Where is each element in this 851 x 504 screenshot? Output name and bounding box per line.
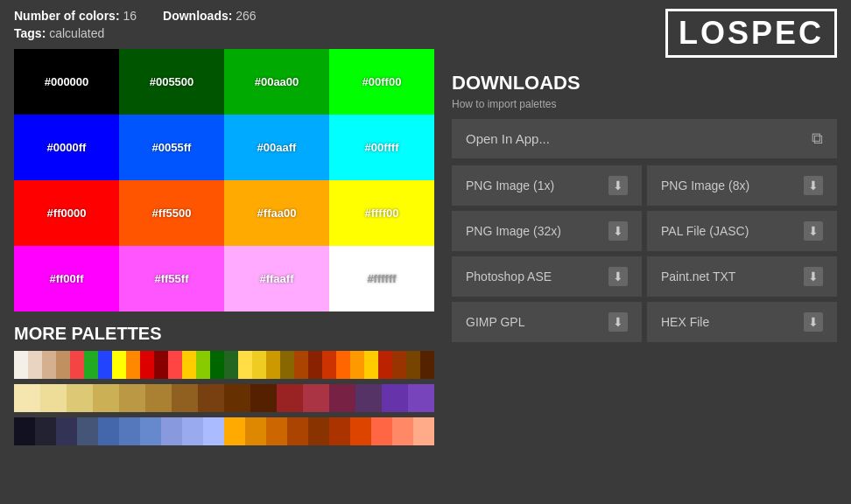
color-cell[interactable]: #0000ff [14, 115, 119, 180]
downloads-section: DOWNLOADS How to import palettes Open In… [452, 72, 837, 451]
palette-color-cell [378, 351, 392, 379]
palette-color-cell [355, 384, 382, 412]
palette-color-cell [161, 417, 182, 445]
palette-color-cell [245, 417, 266, 445]
color-cell[interactable]: #ff0000 [14, 180, 119, 246]
palette-color-cell [224, 384, 250, 412]
site-logo[interactable]: LOSPEC [665, 9, 837, 58]
color-cell[interactable]: #ffff00 [329, 180, 434, 246]
palette-color-cell [238, 351, 252, 379]
palette-color-cell [84, 351, 98, 379]
palette-strip-3[interactable] [14, 417, 434, 445]
color-cell[interactable]: #ffaaff [224, 246, 329, 312]
palette-color-cell [329, 384, 355, 412]
color-cell[interactable]: #00aaff [224, 115, 329, 180]
palette-color-cell [287, 417, 308, 445]
color-cell[interactable]: #00ffff [329, 115, 434, 180]
palette-strip-1[interactable] [14, 351, 434, 379]
color-cell[interactable]: #ffffff [329, 246, 434, 312]
palette-color-cell [198, 384, 224, 412]
download-png-8x-button[interactable]: PNG Image (8x)⬇ [647, 165, 837, 206]
palette-color-cell [98, 417, 119, 445]
downloads-meta: Downloads: 266 [163, 9, 257, 23]
download-arrow-icon: ⬇ [608, 221, 628, 241]
download-png-32x-button[interactable]: PNG Image (32x)⬇ [452, 211, 642, 251]
palette-color-cell [98, 351, 112, 379]
palette-color-cell [168, 351, 182, 379]
download-png-8x-label: PNG Image (8x) [661, 178, 749, 192]
color-cell[interactable]: #00ff00 [329, 49, 434, 115]
color-cell[interactable]: #00aa00 [224, 49, 329, 115]
download-png-32x-label: PNG Image (32x) [466, 224, 561, 238]
logo-container: LOSPEC [452, 9, 837, 58]
palette-color-cell [382, 384, 408, 412]
palette-color-cell [266, 351, 280, 379]
color-cell[interactable]: #ff5500 [119, 180, 224, 246]
download-png-1x-button[interactable]: PNG Image (1x)⬇ [452, 165, 642, 206]
palette-color-cell [145, 384, 172, 412]
palette-color-cell [140, 351, 154, 379]
palette-color-cell [280, 351, 294, 379]
download-photoshop-ase-label: Photoshop ASE [466, 270, 552, 284]
palette-color-cell [42, 351, 56, 379]
open-in-app-label: Open In App... [466, 131, 550, 146]
palette-color-cell [14, 384, 40, 412]
download-arrow-icon: ⬇ [608, 312, 628, 332]
download-pal-jasc-button[interactable]: PAL File (JASC)⬇ [647, 211, 837, 251]
palette-color-cell [350, 351, 364, 379]
palette-color-cell [252, 351, 266, 379]
palette-color-cell [182, 417, 203, 445]
palette-color-cell [210, 351, 224, 379]
color-cell[interactable]: #000000 [14, 49, 119, 115]
palette-strip-2[interactable] [14, 384, 434, 412]
color-cell[interactable]: #ff00ff [14, 246, 119, 312]
color-cell[interactable]: #005500 [119, 49, 224, 115]
palette-color-cell [336, 351, 350, 379]
palette-color-cell [140, 417, 161, 445]
palette-color-cell [203, 417, 224, 445]
color-cell[interactable]: #0055ff [119, 115, 224, 180]
download-arrow-icon: ⬇ [804, 221, 823, 241]
palette-color-cell [303, 384, 329, 412]
download-arrow-icon: ⬇ [804, 312, 823, 332]
download-gimp-gpl-label: GIMP GPL [466, 315, 524, 329]
palette-color-cell [364, 351, 378, 379]
download-png-1x-label: PNG Image (1x) [466, 178, 554, 192]
downloads-meta-value: 266 [236, 9, 256, 23]
palette-color-cell [308, 417, 329, 445]
download-photoshop-ase-button[interactable]: Photoshop ASE⬇ [452, 256, 642, 297]
download-arrow-icon: ⬇ [608, 267, 628, 286]
palette-color-cell [413, 417, 434, 445]
palette-color-cell [56, 417, 77, 445]
color-grid: #000000#005500#00aa00#00ff00#0000ff#0055… [14, 49, 434, 312]
palette-color-cell [277, 384, 303, 412]
downloads-subtitle: How to import palettes [452, 98, 837, 110]
palette-color-cell [224, 417, 245, 445]
palette-color-cell [224, 351, 238, 379]
download-gimp-gpl-button[interactable]: GIMP GPL⬇ [452, 302, 642, 342]
palette-color-cell [40, 384, 67, 412]
colors-value: 16 [123, 9, 137, 23]
open-in-app-button[interactable]: Open In App... ⧉ [452, 119, 837, 158]
palette-color-cell [408, 384, 434, 412]
download-grid: PNG Image (1x)⬇PNG Image (8x)⬇PNG Image … [452, 165, 837, 342]
palette-color-cell [119, 384, 145, 412]
download-paint-net-button[interactable]: Paint.net TXT⬇ [647, 256, 837, 297]
color-cell[interactable]: #ff55ff [119, 246, 224, 312]
download-hex-file-button[interactable]: HEX File⬇ [647, 302, 837, 342]
more-palettes-title: MORE PALETTES [14, 324, 434, 344]
download-arrow-icon: ⬇ [608, 176, 628, 195]
palette-color-cell [371, 417, 392, 445]
palette-color-cell [392, 351, 406, 379]
downloads-meta-label: Downloads: [163, 9, 232, 23]
palette-color-cell [392, 417, 413, 445]
external-link-icon: ⧉ [812, 130, 823, 148]
palette-color-cell [294, 351, 308, 379]
color-cell[interactable]: #ffaa00 [224, 180, 329, 246]
colors-label-text: Number of colors: [14, 9, 120, 23]
palette-color-cell [70, 351, 84, 379]
palette-color-cell [14, 417, 35, 445]
left-column: Number of colors: 16 Downloads: 266 Tags… [14, 9, 434, 451]
palette-color-cell [406, 351, 420, 379]
palette-color-cell [119, 417, 140, 445]
